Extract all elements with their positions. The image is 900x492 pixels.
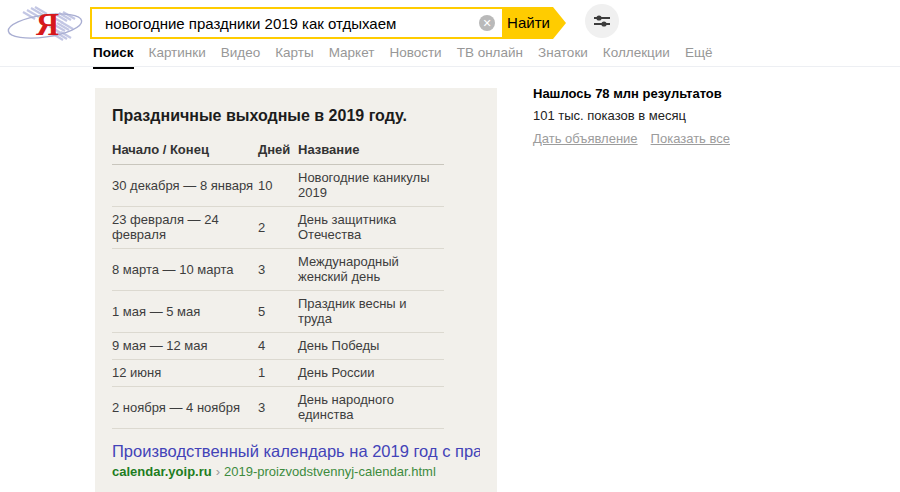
header-divider [0, 66, 900, 67]
column-header-days: Дней [258, 139, 298, 165]
result-url: calendar.yoip.ru›2019-proizvodstvennyj-c… [112, 464, 480, 479]
table-cell: День Победы [298, 333, 444, 360]
table-header-row: Начало / Конец Дней Название [112, 139, 444, 165]
table-cell: День защитника Отечества [298, 207, 444, 249]
table-cell: Праздник весны и труда [298, 291, 444, 333]
table-cell: 3 [258, 387, 298, 429]
table-row: 12 июня1День России [112, 360, 444, 387]
search-button[interactable]: Найти [504, 7, 553, 39]
search-button-arrow [553, 7, 566, 39]
results-count: Нашлось 78 млн результатов [533, 86, 773, 101]
table-cell: 4 [258, 333, 298, 360]
table-cell: День народного единства [298, 387, 444, 429]
table-cell: 30 декабря — 8 января [112, 165, 258, 207]
table-row: 30 декабря — 8 января10Новогодние канику… [112, 165, 444, 207]
holidays-table: Начало / Конец Дней Название 30 декабря … [112, 139, 444, 429]
impressions-per-month: 101 тыс. показов в месяц [533, 108, 773, 123]
table-cell: 8 марта — 10 марта [112, 249, 258, 291]
column-header-name: Название [298, 139, 444, 165]
place-ad-link[interactable]: Дать объявление [533, 131, 638, 146]
result-domain-link[interactable]: calendar.yoip.ru [112, 464, 212, 479]
column-header-dates: Начало / Конец [112, 139, 258, 165]
table-cell: Международный женский день [298, 249, 444, 291]
yandex-festive-logo-graphic: Я [5, 2, 87, 44]
result-link-block: Производственный календарь на 2019 год с… [112, 442, 480, 479]
search-settings-button[interactable] [585, 4, 619, 38]
table-head: Начало / Конец Дней Название [112, 139, 444, 165]
table-row: 2 ноября — 4 ноября3День народного единс… [112, 387, 444, 429]
table-cell: Новогодние каникулы 2019 [298, 165, 444, 207]
ad-links: Дать объявлениеПоказать все [533, 131, 773, 146]
search-results-column: Праздничные выходные в 2019 году. Начало… [95, 88, 497, 492]
result-path: 2019-proizvodstvennyj-calendar.html [224, 464, 436, 479]
table-cell: 1 [258, 360, 298, 387]
table-row: 1 мая — 5 мая5Праздник весны и труда [112, 291, 444, 333]
search-input[interactable] [90, 7, 504, 39]
table-cell: 10 [258, 165, 298, 207]
result-heading: Праздничные выходные в 2019 году. [112, 107, 480, 125]
clear-search-icon[interactable]: ✕ [479, 15, 495, 31]
search-result-card: Праздничные выходные в 2019 году. Начало… [95, 88, 497, 492]
svg-text:Я: Я [36, 6, 59, 42]
table-cell: День России [298, 360, 444, 387]
table-cell: 1 мая — 5 мая [112, 291, 258, 333]
show-all-link[interactable]: Показать все [651, 131, 730, 146]
yandex-logo[interactable]: Я [5, 2, 87, 44]
table-cell: 2 [258, 207, 298, 249]
table-cell: 3 [258, 249, 298, 291]
table-cell: 23 февраля — 24 февраля [112, 207, 258, 249]
table-row: 23 февраля — 24 февраля2День защитника О… [112, 207, 444, 249]
table-cell: 5 [258, 291, 298, 333]
table-row: 8 марта — 10 марта3Международный женский… [112, 249, 444, 291]
results-meta-sidebar: Нашлось 78 млн результатов 101 тыс. пока… [533, 86, 773, 146]
table-body: 30 декабря — 8 января10Новогодние канику… [112, 165, 444, 429]
table-row: 9 мая — 12 мая4День Победы [112, 333, 444, 360]
table-cell: 2 ноября — 4 ноября [112, 387, 258, 429]
table-cell: 12 июня [112, 360, 258, 387]
filter-sliders-icon [594, 14, 610, 28]
result-title-link[interactable]: Производственный календарь на 2019 год с… [112, 442, 480, 461]
url-separator: › [212, 464, 224, 479]
table-cell: 9 мая — 12 мая [112, 333, 258, 360]
